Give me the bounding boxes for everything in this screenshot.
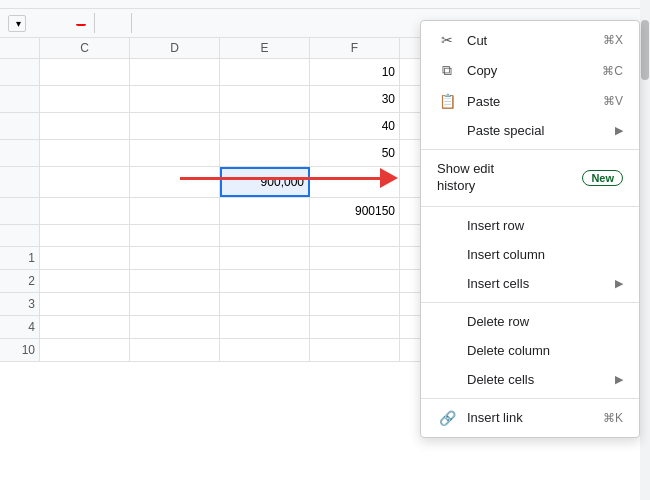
menu-item-insert-cells[interactable]: Insert cells ▶ (421, 269, 639, 298)
row-number (0, 59, 40, 85)
spreadsheet-cell[interactable]: 50 (310, 140, 400, 166)
spreadsheet-cell[interactable] (130, 225, 220, 246)
spreadsheet-cell[interactable] (40, 316, 130, 338)
menu-item-show-edit-history[interactable]: Show edit history New (421, 154, 639, 202)
menu-separator (421, 206, 639, 207)
spreadsheet-cell[interactable] (310, 247, 400, 269)
spreadsheet-cell[interactable] (310, 225, 400, 246)
col-header-D[interactable]: D (130, 38, 220, 58)
font-size-chevron[interactable]: ▾ (16, 18, 21, 29)
spreadsheet-cell[interactable]: 40 (310, 113, 400, 139)
delete-cells-arrow: ▶ (615, 373, 623, 386)
spreadsheet-cell[interactable] (220, 339, 310, 361)
align-icon[interactable] (140, 21, 148, 25)
spreadsheet-cell[interactable] (40, 86, 130, 112)
row-number: 3 (0, 293, 40, 315)
scrollbar[interactable] (640, 0, 650, 500)
spreadsheet-cell[interactable] (40, 198, 130, 224)
col-header-C[interactable]: C (40, 38, 130, 58)
menu-item-delete-cells[interactable]: Delete cells ▶ (421, 365, 639, 394)
spreadsheet-cell[interactable]: 30 (310, 86, 400, 112)
spreadsheet-cell[interactable] (40, 293, 130, 315)
underline-button[interactable] (76, 20, 86, 26)
italic-button[interactable] (48, 21, 58, 25)
menu-item-insert-column[interactable]: Insert column (421, 240, 639, 269)
spreadsheet-cell[interactable] (220, 225, 310, 246)
spreadsheet-cell[interactable] (310, 316, 400, 338)
row-num-header (0, 38, 40, 58)
spreadsheet-cell[interactable] (40, 113, 130, 139)
col-header-F[interactable]: F (310, 38, 400, 58)
spreadsheet-cell[interactable] (220, 198, 310, 224)
spreadsheet-cell[interactable] (130, 198, 220, 224)
spreadsheet-cell[interactable] (220, 59, 310, 85)
font-size-selector[interactable]: ▾ (8, 15, 26, 32)
toolbar-divider-1 (94, 13, 95, 33)
spreadsheet-cell[interactable] (130, 339, 220, 361)
spreadsheet-cell[interactable] (220, 293, 310, 315)
spreadsheet-cell[interactable] (220, 316, 310, 338)
spreadsheet-cell[interactable] (40, 167, 130, 197)
row-number (0, 198, 40, 224)
spreadsheet-cell[interactable] (40, 140, 130, 166)
spreadsheet-cell[interactable] (40, 339, 130, 361)
cut-icon: ✂ (437, 32, 457, 48)
spreadsheet-cell[interactable] (130, 316, 220, 338)
insert-link-shortcut: ⌘K (603, 411, 623, 425)
menu-item-delete-row[interactable]: Delete row (421, 307, 639, 336)
spreadsheet-cell[interactable] (220, 247, 310, 269)
spreadsheet-cell[interactable] (220, 270, 310, 292)
row-number: 2 (0, 270, 40, 292)
row-number: 4 (0, 316, 40, 338)
row-number (0, 167, 40, 197)
menu-separator (421, 149, 639, 150)
spreadsheet-cell[interactable] (310, 270, 400, 292)
spreadsheet-cell[interactable] (40, 225, 130, 246)
spreadsheet-cell[interactable] (220, 113, 310, 139)
valign-icon[interactable] (164, 21, 172, 25)
menu-item-paste-special[interactable]: Paste special ▶ (421, 116, 639, 145)
spreadsheet-cell[interactable] (40, 247, 130, 269)
col-header-E[interactable]: E (220, 38, 310, 58)
menu-separator (421, 302, 639, 303)
show-edit-history-label: Show edit history (437, 161, 574, 195)
cut-label: Cut (467, 33, 595, 48)
spreadsheet-cell[interactable] (40, 270, 130, 292)
paste-shortcut: ⌘V (603, 94, 623, 108)
spreadsheet-cell[interactable]: 900,000 (220, 167, 310, 197)
spreadsheet-cell[interactable] (130, 293, 220, 315)
insert-column-label: Insert column (467, 247, 623, 262)
toolbar-divider-2 (131, 13, 132, 33)
spreadsheet-cell[interactable] (130, 270, 220, 292)
spreadsheet-cell[interactable] (130, 113, 220, 139)
spreadsheet-cell[interactable] (40, 59, 130, 85)
menu-item-cut[interactable]: ✂ Cut ⌘X (421, 25, 639, 55)
menu-item-paste[interactable]: 📋 Paste ⌘V (421, 86, 639, 116)
menu-item-insert-row[interactable]: Insert row (421, 211, 639, 240)
insert-row-label: Insert row (467, 218, 623, 233)
menu-item-copy[interactable]: ⧉ Copy ⌘C (421, 55, 639, 86)
spreadsheet-cell[interactable] (310, 293, 400, 315)
spreadsheet-cell[interactable] (130, 59, 220, 85)
spreadsheet-cell[interactable] (130, 247, 220, 269)
row-number: 10 (0, 339, 40, 361)
menu-item-delete-column[interactable]: Delete column (421, 336, 639, 365)
spreadsheet-cell[interactable]: 10 (310, 59, 400, 85)
spreadsheet-cell[interactable] (130, 86, 220, 112)
strikethrough-button[interactable] (62, 21, 72, 25)
border-icon[interactable] (115, 21, 123, 25)
bold-button[interactable] (34, 21, 44, 25)
paste-icon: 📋 (437, 93, 457, 109)
context-menu: ✂ Cut ⌘X ⧉ Copy ⌘C 📋 Paste ⌘V Paste spec… (420, 20, 640, 438)
spreadsheet-cell[interactable]: 900150 (310, 198, 400, 224)
paint-icon[interactable] (103, 21, 111, 25)
spreadsheet-cell[interactable] (220, 86, 310, 112)
menu-item-insert-link[interactable]: 🔗 Insert link ⌘K (421, 403, 639, 433)
spreadsheet-cell[interactable] (310, 339, 400, 361)
spreadsheet-cell[interactable] (130, 140, 220, 166)
scrollbar-thumb[interactable] (641, 20, 649, 80)
halign-icon[interactable] (152, 21, 160, 25)
spreadsheet-cell[interactable] (220, 140, 310, 166)
spreadsheet-cell[interactable] (130, 167, 220, 197)
spreadsheet-cell[interactable] (310, 167, 400, 197)
